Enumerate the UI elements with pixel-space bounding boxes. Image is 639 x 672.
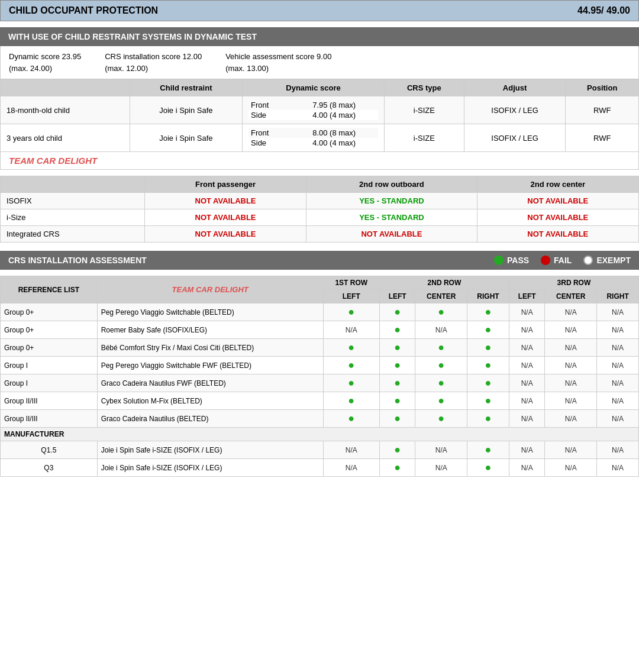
row2-left: ●: [379, 303, 415, 321]
green-dot: ●: [394, 341, 401, 353]
mfg-name: Joie i Spin Safe i-SIZE (ISOFIX / LEG): [97, 441, 323, 459]
green-dot: ●: [485, 377, 492, 389]
ref-row3-right: RIGHT: [597, 290, 639, 303]
group-name: Roemer Baby Safe (ISOFIX/LEG): [97, 321, 323, 339]
row3-center: N/A: [545, 321, 597, 339]
crs-group-row: Group II/III Graco Cadeira Nautilus (BEL…: [1, 410, 639, 428]
na-text: N/A: [346, 326, 357, 334]
row3-right: N/A: [597, 321, 639, 339]
na-text: N/A: [565, 446, 577, 454]
row2-left: ●: [379, 321, 415, 339]
row3-left: N/A: [509, 303, 545, 321]
ref-col-row1: 1ST ROW: [323, 276, 379, 290]
mfg-row2-center: N/A: [415, 441, 467, 459]
dynamic-score-sublabel: (max. 24.00): [9, 63, 81, 75]
availability-table: Front passenger 2nd row outboard 2nd row…: [0, 176, 639, 243]
col-adjust: Adjust: [464, 80, 566, 96]
avail-front: NOT AVAILABLE: [144, 193, 306, 209]
green-dot: ●: [438, 341, 444, 353]
row2-left: ●: [379, 357, 415, 374]
crs-reference-table: REFERENCE LIST TEAM CAR DELIGHT 1ST ROW …: [0, 276, 639, 477]
ref-row2-center: CENTER: [415, 290, 467, 303]
na-text: N/A: [612, 308, 624, 316]
na-text: N/A: [565, 308, 577, 316]
green-dot: ●: [394, 324, 401, 335]
availability-row: Integrated CRS NOT AVAILABLE NOT AVAILAB…: [1, 226, 639, 243]
na-text: N/A: [521, 326, 533, 334]
green-dot: ●: [438, 412, 444, 424]
score-cell: Front8.00 (8 max)Side4.00 (4 max): [243, 124, 385, 152]
row3-right: N/A: [597, 374, 639, 392]
score-row: Dynamic score 23.95 (max. 24.00) CRS ins…: [0, 46, 639, 79]
avail-center: NOT AVAILABLE: [477, 209, 638, 226]
group-type: Group II/III: [1, 392, 98, 410]
child-label: 18-month-old child: [1, 96, 130, 124]
row3-right: N/A: [597, 410, 639, 428]
row2-right: ●: [467, 321, 509, 339]
na-text: N/A: [346, 464, 357, 472]
mfg-row3-left: N/A: [509, 441, 545, 459]
crs-group-row: Group I Graco Cadeira Nautilus FWF (BELT…: [1, 374, 639, 392]
vehicle-score-sublabel: (max. 13.00): [225, 63, 331, 75]
exempt-dot: [583, 256, 593, 265]
dynamic-table-row: 18-month-old child Joie i Spin Safe Fron…: [1, 96, 639, 124]
avail-label: ISOFIX: [1, 193, 145, 209]
mfg-row1-left: N/A: [323, 441, 379, 459]
green-dot: ●: [485, 324, 492, 335]
row3-left: N/A: [509, 410, 545, 428]
avail-center: NOT AVAILABLE: [477, 226, 638, 243]
row2-center: ●: [415, 410, 467, 428]
pass-dot: [494, 256, 504, 265]
col-restraint: Child restraint: [130, 80, 242, 96]
green-dot: ●: [394, 395, 401, 406]
mfg-row3-left: N/A: [509, 459, 545, 477]
green-dot: ●: [438, 377, 444, 389]
crs-score-label: CRS installation score 12.00: [105, 51, 202, 63]
row2-center: ●: [415, 303, 467, 321]
group-type: Group I: [1, 357, 98, 374]
na-text: N/A: [521, 361, 533, 370]
row3-left: N/A: [509, 392, 545, 410]
avail-front: NOT AVAILABLE: [144, 226, 306, 243]
group-type: Group 0+: [1, 303, 98, 321]
na-text: N/A: [612, 344, 624, 352]
avail-center: NOT AVAILABLE: [477, 193, 638, 209]
fail-label: FAIL: [554, 256, 572, 265]
ref-col-ref: REFERENCE LIST: [1, 276, 98, 303]
col-child: [1, 80, 130, 96]
green-dot: ●: [485, 341, 492, 353]
na-text: N/A: [346, 446, 357, 454]
avail-col-outboard: 2nd row outboard: [306, 176, 477, 193]
vehicle-score-label: Vehicle assessment score 9.00: [225, 51, 331, 63]
crs-group-row: Group II/III Cybex Solution M-Fix (BELTE…: [1, 392, 639, 410]
green-dot: ●: [438, 395, 444, 406]
na-text: N/A: [521, 308, 533, 316]
dynamic-table: Child restraint Dynamic score CRS type A…: [0, 79, 639, 152]
na-text: N/A: [565, 415, 577, 423]
ref-col-watermark: TEAM CAR DELIGHT: [97, 276, 323, 303]
green-dot: ●: [485, 395, 492, 406]
row2-right: ●: [467, 303, 509, 321]
na-text: N/A: [435, 446, 447, 454]
ref-row2-left: LEFT: [379, 290, 415, 303]
mfg-row2-left: ●: [379, 441, 415, 459]
manufacturer-row: Q3 Joie i Spin Safe i-SIZE (ISOFIX / LEG…: [1, 459, 639, 477]
crs-title: CRS INSTALLATION ASSESSMENT: [8, 256, 482, 265]
avail-outboard: YES - STANDARD: [306, 193, 477, 209]
avail-col-center: 2nd row center: [477, 176, 638, 193]
na-text: N/A: [521, 379, 533, 387]
row2-center: ●: [415, 392, 467, 410]
main-header: CHILD OCCUPANT PROTECTION 44.95/ 49.00: [0, 0, 639, 21]
legend-pass: PASS: [494, 256, 529, 265]
row3-right: N/A: [597, 339, 639, 357]
crs-group-row: Group 0+ Bébé Comfort Stry Fix / Maxi Co…: [1, 339, 639, 357]
green-dot: ●: [348, 412, 354, 424]
header-score: 44.95/ 49.00: [577, 5, 630, 16]
manufacturer-header-row: MANUFACTURER: [1, 428, 639, 441]
green-dot: ●: [394, 444, 401, 455]
row2-right: ●: [467, 374, 509, 392]
row1-left: N/A: [323, 321, 379, 339]
ref-row3-center: CENTER: [545, 290, 597, 303]
crs-type: i-SIZE: [384, 96, 464, 124]
col-crs-type: CRS type: [384, 80, 464, 96]
